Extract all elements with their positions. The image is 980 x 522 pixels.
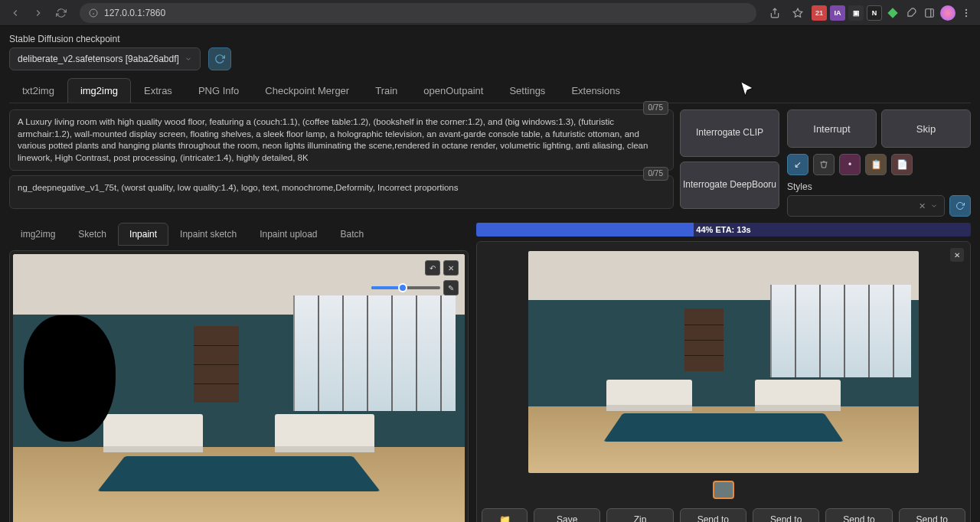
prompt-textarea[interactable]: 0/75 A Luxury living room with high qual…	[9, 109, 674, 171]
site-info-icon	[87, 7, 100, 19]
menu-button[interactable]	[959, 5, 974, 21]
send-to-button-4[interactable]: Send to	[899, 508, 965, 522]
subtab-img2img[interactable]: img2img	[9, 223, 67, 246]
share-button[interactable]	[766, 4, 784, 22]
tab-train[interactable]: Train	[362, 78, 410, 103]
tool-file-button[interactable]: 📄	[891, 154, 913, 175]
clear-button[interactable]: ✕	[443, 260, 459, 276]
progress-bar: 44% ETA: 13s	[476, 223, 971, 237]
chevron-down-icon	[930, 202, 938, 210]
tool-arrow-button[interactable]: ↙	[787, 154, 808, 175]
output-thumbnail[interactable]	[713, 481, 734, 499]
zip-button[interactable]: Zip	[606, 508, 673, 522]
tab-settings[interactable]: Settings	[496, 78, 558, 103]
svg-rect-6	[926, 8, 934, 17]
tab-pnginfo[interactable]: PNG Info	[185, 78, 252, 103]
tool-pink-button[interactable]: •	[839, 154, 861, 175]
interrogate-deepbooru-button[interactable]: Interrogate DeepBooru	[680, 161, 779, 209]
extension-icon[interactable]: ▣	[848, 5, 864, 21]
close-output-button[interactable]: ✕	[950, 248, 964, 262]
output-panel: ✕ 📁 Save Zip	[476, 241, 971, 522]
clear-styles-icon[interactable]: ✕	[919, 201, 926, 211]
extension-icon[interactable]: N	[867, 5, 882, 21]
svg-point-9	[965, 11, 967, 13]
skip-button[interactable]: Skip	[881, 109, 971, 148]
apply-styles-button[interactable]	[949, 195, 971, 217]
url-bar[interactable]: 127.0.0.1:7860	[80, 3, 756, 23]
output-image[interactable]	[528, 251, 919, 473]
save-button[interactable]: Save	[534, 508, 600, 522]
tab-img2img[interactable]: img2img	[67, 78, 131, 103]
reload-button[interactable]	[52, 4, 70, 22]
tab-checkpoint-merger[interactable]: Checkpoint Merger	[252, 78, 362, 103]
subtab-inpaint-sketch[interactable]: Inpaint sketch	[168, 223, 248, 246]
subtab-inpaint-upload[interactable]: Inpaint upload	[248, 223, 328, 246]
inpaint-canvas[interactable]: ↶ ✕ ✎	[13, 254, 465, 522]
send-to-button-2[interactable]: Send to	[753, 508, 819, 522]
extensions-button[interactable]	[903, 5, 919, 21]
sidepanel-button[interactable]	[922, 5, 937, 21]
undo-button[interactable]: ↶	[425, 260, 440, 276]
svg-point-10	[965, 15, 967, 16]
tab-txt2img[interactable]: txt2img	[9, 78, 67, 103]
interrogate-clip-button[interactable]: Interrogate CLIP	[680, 109, 779, 157]
chevron-down-icon	[185, 55, 192, 63]
neg-prompt-text: ng_deepnegative_v1_75t, (worst quality, …	[18, 183, 459, 192]
profile-button[interactable]	[940, 5, 956, 21]
tool-trash-button[interactable]	[813, 154, 835, 175]
subtab-inpaint[interactable]: Inpaint	[118, 223, 168, 246]
url-text: 127.0.0.1:7860	[104, 8, 165, 18]
extension-icon[interactable]	[885, 5, 900, 21]
open-folder-button[interactable]: 📁	[482, 508, 528, 522]
prompt-token-counter: 0/75	[643, 101, 668, 115]
bookmark-button[interactable]	[789, 4, 807, 22]
negative-prompt-textarea[interactable]: 0/75 ng_deepnegative_v1_75t, (worst qual…	[9, 175, 674, 209]
tab-openoutpaint[interactable]: openOutpaint	[410, 78, 496, 103]
inpaint-canvas-panel: ↶ ✕ ✎ ◀ ▶	[9, 250, 469, 522]
svg-marker-5	[887, 8, 897, 18]
subtab-sketch[interactable]: Sketch	[67, 223, 118, 246]
interrupt-button[interactable]: Interrupt	[787, 109, 877, 148]
styles-label: Styles	[787, 181, 971, 192]
styles-select[interactable]: ✕	[787, 195, 945, 217]
inpaint-mask	[24, 315, 116, 442]
tab-extensions[interactable]: Extensions	[558, 78, 633, 103]
brush-edit-button[interactable]: ✎	[443, 280, 459, 295]
subtab-batch[interactable]: Batch	[329, 223, 376, 246]
tab-extras[interactable]: Extras	[131, 78, 185, 103]
progress-text: 44% ETA: 13s	[476, 223, 971, 237]
svg-point-8	[965, 8, 967, 10]
refresh-checkpoint-button[interactable]	[208, 47, 231, 70]
extension-icon[interactable]: IA	[830, 5, 845, 21]
send-to-button-3[interactable]: Send to	[825, 508, 892, 522]
checkpoint-label: Stable Diffusion checkpoint	[9, 34, 201, 44]
back-button[interactable]	[6, 4, 24, 22]
checkpoint-value: deliberate_v2.safetensors [9aba26abdf]	[18, 54, 179, 64]
tool-clipboard-button[interactable]: 📋	[865, 154, 887, 175]
checkpoint-select[interactable]: deliberate_v2.safetensors [9aba26abdf]	[9, 47, 201, 70]
brush-size-slider[interactable]	[371, 286, 440, 289]
neg-prompt-token-counter: 0/75	[643, 167, 668, 181]
svg-marker-4	[793, 8, 802, 17]
main-tabs: txt2img img2img Extras PNG Info Checkpoi…	[9, 78, 971, 103]
forward-button[interactable]	[29, 4, 47, 22]
prompt-text: A Luxury living room with high quality w…	[18, 117, 648, 162]
send-to-button-1[interactable]: Send to	[680, 508, 746, 522]
extension-icon[interactable]: 21	[812, 5, 827, 21]
